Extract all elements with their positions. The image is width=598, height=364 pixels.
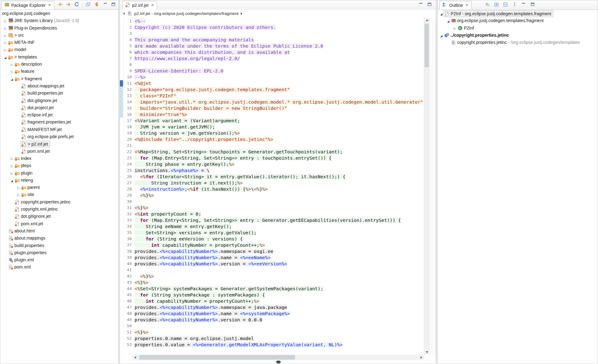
tree-item[interactable]: about.mappings.jet: [0, 82, 118, 90]
tree-item[interactable]: build.properties.jet: [0, 90, 118, 97]
breadcrumb-chevron-icon[interactable]: [241, 12, 242, 15]
collapse-all-button[interactable]: [85, 2, 91, 8]
minimize-button[interactable]: [102, 2, 108, 8]
tab-package-explorer-label: Package Explorer: [11, 3, 46, 8]
tab-p2-inf-jet[interactable]: p2.inf.jet ✕: [122, 1, 157, 9]
tree-item[interactable]: org.eclipse.pde.prefs.jet: [0, 133, 118, 140]
tree-item[interactable]: feature: [0, 68, 118, 75]
focus-button[interactable]: [484, 2, 491, 8]
tree-item[interactable]: copyright.xml.jetinc: [0, 206, 118, 213]
close-icon[interactable]: ✕: [465, 3, 468, 7]
close-icon[interactable]: ✕: [48, 3, 51, 7]
expand-arrow-icon[interactable]: [10, 164, 13, 167]
tree-item[interactable]: site: [0, 191, 118, 198]
code-editor[interactable]: 1<%--2Copyright (c) 2020 Eclipse contrib…: [120, 17, 424, 355]
expand-arrow-icon[interactable]: [4, 41, 7, 44]
collapse-arrow-icon[interactable]: [440, 12, 443, 15]
collapse-all-2-button[interactable]: [502, 2, 509, 8]
expand-arrow-icon[interactable]: [10, 157, 13, 160]
expand-arrow-icon[interactable]: [10, 171, 13, 175]
tree-item[interactable]: fragment.properties.jet: [0, 119, 118, 126]
tree-item[interactable]: releng: [0, 177, 118, 184]
horizontal-scrollbar[interactable]: [132, 355, 424, 360]
tree-item[interactable]: CP2Inf: [438, 25, 598, 32]
tree-item[interactable]: parent: [0, 184, 118, 191]
tree-item[interactable]: org.eclipse.justj.codegen.templates.frag…: [438, 17, 598, 24]
close-icon[interactable]: ✕: [151, 3, 154, 7]
expand-arrow-icon[interactable]: [4, 19, 7, 22]
tree-item[interactable]: META-INF: [0, 39, 118, 46]
maximize-button[interactable]: [529, 2, 536, 8]
tree-item[interactable]: plugin.properties: [0, 249, 118, 256]
scroll-up-arrow[interactable]: [424, 17, 430, 23]
collapse-arrow-icon[interactable]: [4, 55, 7, 59]
tree-item[interactable]: copyright.properties.jetinc - /org.eclip…: [438, 39, 598, 46]
expand-arrow-icon[interactable]: [17, 193, 20, 196]
tree-item[interactable]: plugin.xml: [0, 256, 118, 264]
view-menu-button[interactable]: [511, 2, 518, 8]
minimize-button[interactable]: [520, 2, 527, 8]
breadcrumb-path[interactable]: p2.inf.jet - /org.eclipse.justj.codegen/…: [134, 11, 239, 16]
outline-tree[interactable]: P2Inf - org.eclipse.justj.codegen.templa…: [438, 10, 598, 364]
scroll-left-arrow[interactable]: [132, 355, 138, 360]
tree-item[interactable]: > src: [0, 32, 118, 39]
selected-tree-item[interactable]: P2Inf - org.eclipse.justj.codegen.templa…: [443, 10, 553, 17]
tree-item[interactable]: JRE System Library [JavaSE-1.8]: [0, 17, 118, 24]
tree-item[interactable]: MANIFEST.MF.jet: [0, 126, 118, 133]
expand-arrow-icon[interactable]: [17, 186, 20, 189]
up-refresh-button[interactable]: [74, 2, 80, 8]
tree-item[interactable]: about.html: [0, 227, 118, 235]
tree-item[interactable]: ../copyright.properties.jetinc: [438, 32, 598, 39]
vertical-scroll-thumb[interactable]: [425, 24, 429, 67]
expand-arrow-icon[interactable]: [453, 26, 456, 30]
breadcrumb-chevron-icon[interactable]: [124, 12, 125, 15]
collapse-arrow-icon[interactable]: [10, 77, 13, 81]
selected-tree-item[interactable]: > p2.inf.jet: [20, 141, 50, 147]
tree-item[interactable]: dot.gitignore.jet: [0, 97, 118, 104]
tree-item[interactable]: pom.xml.jet: [0, 148, 118, 155]
collapse-arrow-icon[interactable]: [447, 19, 450, 22]
minimize-button[interactable]: [418, 2, 424, 8]
package-explorer-tree[interactable]: org.eclipse.justj.codegenJRE System Libr…: [0, 10, 118, 364]
maximize-button[interactable]: [426, 2, 433, 8]
tree-item[interactable]: index: [0, 155, 118, 162]
collapse-arrow-icon[interactable]: [10, 179, 13, 182]
tree-item[interactable]: dot.project.jet: [0, 104, 118, 111]
view-menu-button[interactable]: [94, 2, 100, 8]
tree-item[interactable]: > templates: [0, 54, 118, 61]
tree-item[interactable]: plugin: [0, 170, 118, 177]
tree-item[interactable]: about.mappings: [0, 235, 118, 242]
tree-item[interactable]: pom.xml.jet: [0, 220, 118, 227]
expand-arrow-icon[interactable]: [10, 63, 13, 66]
tree-item[interactable]: pom.xml: [0, 264, 118, 271]
tree-item[interactable]: dot.gitignore.jet: [0, 213, 118, 220]
tree-item[interactable]: eclipse.inf.jet: [0, 111, 118, 119]
tree-item[interactable]: Plug-in Dependencies: [0, 25, 118, 32]
tree-item[interactable]: description: [0, 61, 118, 68]
scroll-right-arrow[interactable]: [419, 355, 424, 360]
maximize-button[interactable]: [110, 2, 116, 8]
tab-outline[interactable]: Outline ✕: [439, 1, 472, 9]
tab-package-explorer[interactable]: Package Explorer ✕: [2, 1, 54, 9]
back-arrow-button[interactable]: [57, 2, 64, 8]
tree-item[interactable]: 0;build.properties: [0, 242, 118, 249]
tree-item[interactable]: P2Inf - org.eclipse.justj.codegen.templa…: [438, 10, 598, 17]
tree-item[interactable]: model: [0, 46, 118, 53]
overview-ruler[interactable]: [429, 17, 436, 355]
tree-item[interactable]: copyright.properties.jetinc: [0, 198, 118, 206]
tree-item[interactable]: org.eclipse.justj.codegen: [0, 10, 118, 17]
horizontal-scroll-thumb[interactable]: [139, 355, 295, 360]
tree-item[interactable]: > p2.inf.jet: [0, 140, 118, 147]
expand-arrow-icon[interactable]: [4, 34, 7, 37]
collapse-arrow-icon[interactable]: [440, 34, 443, 37]
forward-arrow-button[interactable]: [65, 2, 72, 8]
scroll-down-arrow[interactable]: [424, 349, 430, 355]
expand-arrow-icon[interactable]: [4, 48, 7, 51]
vertical-scrollbar[interactable]: [424, 17, 429, 355]
expand-all-button[interactable]: [493, 2, 500, 8]
tree-item[interactable]: jdeps: [0, 162, 118, 169]
tree-item[interactable]: > fragment: [0, 75, 118, 82]
expand-arrow-icon[interactable]: [10, 70, 13, 73]
expand-arrow-icon[interactable]: [4, 26, 7, 30]
sash-handle[interactable]: [276, 361, 281, 363]
